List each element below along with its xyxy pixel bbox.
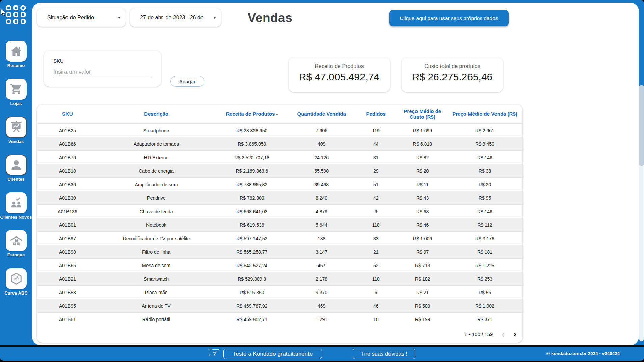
sidebar-item-curva-abc[interactable]: ABCCurva ABC	[0, 268, 32, 296]
table-cell: R$ 1.002	[447, 303, 522, 309]
table-cell: Mesa de som	[98, 263, 215, 268]
table-cell: R$ 3.520.707,18	[215, 155, 289, 160]
table-cell: R$ 542.527,24	[215, 263, 289, 268]
mouse-cursor-icon	[0, 8, 6, 17]
sidebar-item-clientes[interactable]: Clientes	[0, 155, 32, 182]
chevron-right-icon[interactable]: ›	[513, 330, 516, 339]
table-cell: R$ 565.258,77	[215, 249, 289, 255]
sku-input[interactable]	[53, 68, 152, 78]
table-cell: R$ 46	[398, 222, 447, 228]
table-cell: A01B76	[37, 155, 98, 160]
table-cell: 29	[354, 168, 398, 174]
table-cell: 6	[354, 290, 398, 295]
table-cell: R$ 529.389,3	[215, 276, 289, 282]
column-header-pedidos[interactable]: Pedidos	[354, 111, 398, 117]
kpi-total-product-cost: Custo total de produtos R$ 26.275.265,46	[402, 57, 503, 92]
kpi-label: Receita de Produtos	[289, 63, 390, 69]
kondado-logo	[6, 5, 26, 24]
table-cell: A01B25	[37, 128, 98, 133]
pointing-hand-icon: ☞	[207, 343, 220, 361]
table-cell: A01B66	[37, 141, 98, 147]
column-header-pre-o-m-dio-de-custo-r[interactable]: Preço Médio de Custo (R$)	[398, 108, 447, 120]
table-cell: Cabo de energia	[98, 168, 215, 174]
svg-text:A: A	[16, 276, 17, 278]
table-cell: Notebook	[98, 222, 215, 228]
chevron-left-icon[interactable]: ‹	[502, 330, 505, 339]
table-cell: 409	[289, 141, 354, 147]
table-cell: R$ 112	[447, 222, 522, 228]
table-cell: Adaptador de tomada	[98, 141, 215, 147]
scrollbar-thumb[interactable]	[639, 85, 644, 166]
sort-descending-icon: ▾	[276, 113, 278, 116]
sidebar-item-lojas[interactable]: Lojas	[0, 79, 32, 106]
table-cell: R$ 199	[398, 317, 447, 322]
table-cell: 55.590	[289, 168, 354, 174]
table-cell: R$ 2.961	[447, 128, 522, 133]
table-cell: R$ 9.450	[447, 141, 522, 147]
table-cell: 42	[354, 195, 398, 201]
kpi-product-revenue: Receita de Produtos R$ 47.005.492,74	[289, 57, 390, 92]
table-cell: 24.126	[289, 155, 354, 160]
kpi-value: R$ 26.275.265,46	[402, 71, 503, 83]
table-cell: Filtro de linha	[98, 249, 215, 255]
table-row: A01B30PendriveR$ 782.8008.24042R$ 43R$ 9…	[37, 191, 522, 204]
clear-filter-button[interactable]: Apagar	[170, 76, 204, 87]
warehouse-icon	[6, 230, 27, 251]
table-cell: Rádio portátil	[98, 317, 215, 322]
table-cell: 7.906	[289, 128, 354, 133]
kpi-value: R$ 47.005.492,74	[289, 71, 390, 83]
sidebar-item-estoque[interactable]: Estoque	[0, 230, 32, 257]
table-row: A01B65Mesa de somR$ 542.527,2445752R$ 71…	[37, 258, 522, 272]
sidebar-item-label: Lojas	[10, 101, 22, 106]
sidebar-item-label: Resumo	[7, 63, 25, 68]
table-cell: R$ 782.800	[215, 195, 289, 201]
table-row: A01B136Chave de fendaR$ 668.641,034.8799…	[37, 204, 522, 218]
table-cell: A01B01	[37, 222, 98, 228]
sidebar-item-resumo[interactable]: Resumo	[0, 41, 32, 68]
table-cell: 46	[354, 303, 398, 309]
table-cell: Placa-mãe	[98, 290, 215, 295]
column-header-receita-de-produtos[interactable]: Receita de Produtos▾	[215, 111, 289, 117]
column-header-sku[interactable]: SKU	[37, 111, 98, 117]
table-cell: R$ 102	[398, 276, 447, 282]
svg-text:B: B	[14, 279, 15, 281]
table-cell: HD Externo	[98, 155, 215, 160]
column-header-pre-o-m-dio-de-venda-r[interactable]: Preço Médio de Venda (R$)	[447, 111, 522, 117]
table-row: A01B21SmartwatchR$ 529.389,32.178110R$ 1…	[37, 272, 522, 285]
questions-button[interactable]: Tire suas dúvidas !	[353, 349, 415, 359]
table-cell: 21	[354, 249, 398, 255]
app-window: ResumoLojasVendasClientesClientes NovosE…	[0, 0, 644, 361]
table-cell: 33	[354, 236, 398, 241]
table-cell: R$ 3.865.050	[215, 141, 289, 147]
date-range-filter[interactable]: 27 de abr. de 2023 - 26 de ▾	[130, 8, 221, 27]
table-cell: 2.178	[289, 276, 354, 282]
table-pagination: 1 - 100 / 159 ‹ ›	[37, 326, 522, 342]
table-cell: A01B61	[37, 317, 98, 322]
sidebar-nav: ResumoLojasVendasClientesClientes NovosE…	[0, 41, 32, 306]
table-row: A01B58Placa-mãeR$ 515.3509.3706R$ 21R$ 5…	[37, 285, 522, 299]
svg-text:C: C	[17, 279, 18, 281]
page-title: Vendas	[214, 11, 326, 25]
table-cell: A01B58	[37, 290, 98, 295]
sidebar-item-clientes-novos[interactable]: Clientes Novos	[0, 192, 32, 220]
order-status-filter[interactable]: Situação do Pedido ▾	[37, 8, 126, 27]
people-check-icon	[6, 192, 27, 213]
table-cell: R$ 371	[447, 317, 522, 322]
cart-icon	[6, 79, 27, 100]
use-own-data-button[interactable]: Clique aqui para usar seus próprios dado…	[389, 10, 509, 26]
table-cell: R$ 43	[398, 195, 447, 201]
table-cell: R$ 146	[447, 155, 522, 160]
table-cell: R$ 2.169.863,6	[215, 168, 289, 174]
copyright-text: © kondado.com.br 2024 - v240424	[546, 351, 620, 356]
table-cell: R$ 788.965,32	[215, 182, 289, 187]
column-header-quantidade-vendida[interactable]: Quantidade Vendida	[289, 111, 354, 117]
chevron-down-icon: ▾	[118, 16, 120, 20]
sidebar-item-vendas[interactable]: Vendas	[0, 117, 32, 144]
table-cell: R$ 21	[398, 290, 447, 295]
table-cell: A01B65	[37, 263, 98, 268]
try-kondado-button[interactable]: Teste a Kondado gratuitamente	[223, 349, 322, 359]
sidebar-item-label: Estoque	[7, 253, 25, 257]
column-header-descri-o[interactable]: Descrição	[98, 111, 215, 117]
table-cell: 469	[289, 303, 354, 309]
table-cell: 8.240	[289, 195, 354, 201]
